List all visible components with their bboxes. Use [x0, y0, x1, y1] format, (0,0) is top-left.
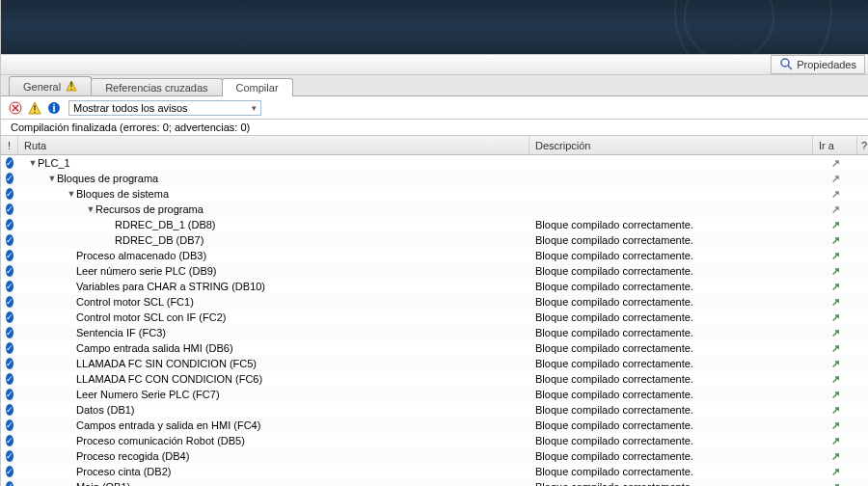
filter-label: Mostrar todos los avisos: [73, 102, 188, 114]
ok-icon: [6, 358, 14, 369]
goto-arrow-icon[interactable]: ↗: [831, 450, 840, 463]
goto-arrow-icon[interactable]: ↗: [831, 203, 840, 216]
result-row[interactable]: Proceso almacenado (DB3)Bloque compilado…: [1, 248, 868, 263]
description-cell: Bloque compilado correctamente.: [529, 448, 813, 464]
svg-text:!: !: [33, 103, 36, 115]
path-label: Proceso cinta (DB2): [76, 466, 171, 477]
path-label: RDREC_DB (DB7): [115, 234, 203, 246]
description-cell: Bloque compilado correctamente.: [529, 433, 813, 448]
chevron-down-icon: ▾: [252, 103, 257, 113]
path-label: Recursos de programa: [95, 203, 203, 215]
goto-arrow-icon[interactable]: ↗: [831, 296, 840, 309]
goto-arrow-icon[interactable]: ↗: [831, 234, 840, 247]
col-goto[interactable]: Ir a: [813, 136, 857, 154]
goto-arrow-icon[interactable]: ↗: [831, 466, 840, 478]
result-row[interactable]: Variables para CHAR a STRING (DB10)Bloqu…: [1, 279, 868, 294]
description-cell: [529, 186, 813, 202]
result-row[interactable]: RDREC_DB (DB7)Bloque compilado correctam…: [1, 232, 868, 248]
description-cell: Bloque compilado correctamente.: [529, 371, 813, 387]
tab-compile[interactable]: Compilar: [222, 78, 293, 96]
goto-arrow-icon[interactable]: ↗: [831, 250, 840, 262]
result-row[interactable]: Proceso comunicación Robot (DB5)Bloque c…: [1, 433, 868, 448]
goto-arrow-icon[interactable]: ↗: [831, 173, 840, 185]
result-row[interactable]: Control motor SCL (FC1)Bloque compilado …: [1, 294, 868, 310]
tab-references[interactable]: Referencias cruzadas: [91, 78, 222, 95]
goto-arrow-icon[interactable]: ↗: [831, 342, 840, 355]
col-status[interactable]: !: [1, 136, 18, 154]
twisty-icon[interactable]: ▼: [47, 174, 57, 183]
ok-icon: [6, 327, 14, 338]
goto-arrow-icon[interactable]: ↗: [831, 157, 840, 170]
goto-arrow-icon[interactable]: ↗: [831, 188, 840, 201]
compile-status-line: Compilación finalizada (errores: 0; adve…: [1, 120, 868, 136]
ok-icon: [6, 296, 14, 308]
goto-arrow-icon[interactable]: ↗: [831, 327, 840, 339]
path-label: Leer Numero Serie PLC (FC7): [76, 389, 220, 400]
path-label: Variables para CHAR a STRING (DB10): [76, 281, 265, 292]
compile-results-grid[interactable]: ▼PLC_1↗▼Bloques de programa↗▼Bloques de …: [1, 155, 868, 486]
goto-arrow-icon[interactable]: ↗: [831, 419, 840, 432]
result-row[interactable]: Campo entrada salida HMI (DB6)Bloque com…: [1, 340, 868, 356]
main-panel: Propiedades General ! Referencias cruzad…: [1, 0, 868, 486]
svg-text:!: !: [70, 80, 73, 92]
result-row[interactable]: LLAMADA FC SIN CONDICION (FC5)Bloque com…: [1, 356, 868, 371]
col-description[interactable]: Descripción: [529, 136, 813, 154]
result-row[interactable]: ▼Bloques de programa↗: [1, 171, 868, 186]
result-row[interactable]: Leer Numero Serie PLC (FC7)Bloque compil…: [1, 387, 868, 402]
ok-icon: [6, 311, 14, 323]
ok-icon: [6, 250, 14, 261]
path-label: Proceso almacenado (DB3): [76, 250, 206, 261]
path-label: Proceso recogida (DB4): [76, 450, 189, 462]
result-row[interactable]: Campos entrada y salida en HMI (FC4)Bloq…: [1, 418, 868, 433]
result-row[interactable]: RDREC_DB_1 (DB8)Bloque compilado correct…: [1, 217, 868, 232]
result-row[interactable]: Main (OB1)Bloque compilado correctamente…: [1, 479, 868, 486]
properties-button[interactable]: Propiedades: [771, 55, 865, 74]
ok-icon: [6, 281, 14, 292]
goto-arrow-icon[interactable]: ↗: [831, 311, 840, 324]
result-row[interactable]: Control motor SCL con IF (FC2)Bloque com…: [1, 310, 868, 325]
properties-icon: [779, 57, 793, 72]
description-cell: [529, 171, 813, 186]
message-filter-dropdown[interactable]: Mostrar todos los avisos ▾: [68, 100, 261, 116]
twisty-icon[interactable]: ▼: [67, 189, 76, 199]
warning-filter-button[interactable]: !: [26, 99, 43, 117]
goto-arrow-icon[interactable]: ↗: [831, 373, 840, 386]
tab-label: Compilar: [236, 82, 279, 94]
ok-icon: [6, 435, 14, 446]
description-cell: Bloque compilado correctamente.: [529, 402, 813, 418]
goto-arrow-icon[interactable]: ↗: [831, 389, 840, 401]
result-row[interactable]: Datos (DB1)Bloque compilado correctament…: [1, 402, 868, 418]
goto-arrow-icon[interactable]: ↗: [831, 435, 840, 447]
tab-general[interactable]: General !: [9, 76, 92, 95]
col-help[interactable]: ?: [857, 136, 868, 154]
twisty-icon[interactable]: ▼: [28, 158, 38, 168]
result-row[interactable]: Sentencia IF (FC3)Bloque compilado corre…: [1, 325, 868, 340]
goto-arrow-icon[interactable]: ↗: [831, 358, 840, 370]
description-cell: Bloque compilado correctamente.: [529, 418, 813, 433]
col-path[interactable]: Ruta: [18, 136, 529, 154]
path-label: Bloques de programa: [57, 173, 158, 184]
twisty-icon[interactable]: ▼: [86, 204, 95, 214]
ok-icon: [6, 373, 14, 385]
result-row[interactable]: Proceso cinta (DB2)Bloque compilado corr…: [1, 464, 868, 479]
result-row[interactable]: ▼PLC_1↗: [1, 155, 868, 171]
ok-icon: [6, 157, 14, 169]
description-cell: Bloque compilado correctamente.: [529, 387, 813, 402]
description-cell: Bloque compilado correctamente.: [529, 340, 813, 356]
goto-arrow-icon[interactable]: ↗: [831, 281, 840, 293]
description-cell: Bloque compilado correctamente.: [529, 479, 813, 486]
result-row[interactable]: LLAMADA FC CON CONDICION (FC6)Bloque com…: [1, 371, 868, 387]
description-cell: Bloque compilado correctamente.: [529, 325, 813, 340]
goto-arrow-icon[interactable]: ↗: [831, 265, 840, 278]
path-label: Control motor SCL con IF (FC2): [76, 311, 226, 323]
goto-arrow-icon[interactable]: ↗: [831, 481, 840, 487]
result-row[interactable]: ▼Recursos de programa↗: [1, 202, 868, 217]
result-row[interactable]: ▼Bloques de sistema↗: [1, 186, 868, 202]
svg-point-30: [781, 59, 789, 67]
result-row[interactable]: Leer número serie PLC (DB9)Bloque compil…: [1, 263, 868, 279]
goto-arrow-icon[interactable]: ↗: [831, 219, 840, 231]
result-row[interactable]: Proceso recogida (DB4)Bloque compilado c…: [1, 448, 868, 464]
info-filter-button[interactable]: i: [45, 99, 63, 117]
error-filter-button[interactable]: [7, 99, 24, 117]
goto-arrow-icon[interactable]: ↗: [831, 404, 840, 417]
